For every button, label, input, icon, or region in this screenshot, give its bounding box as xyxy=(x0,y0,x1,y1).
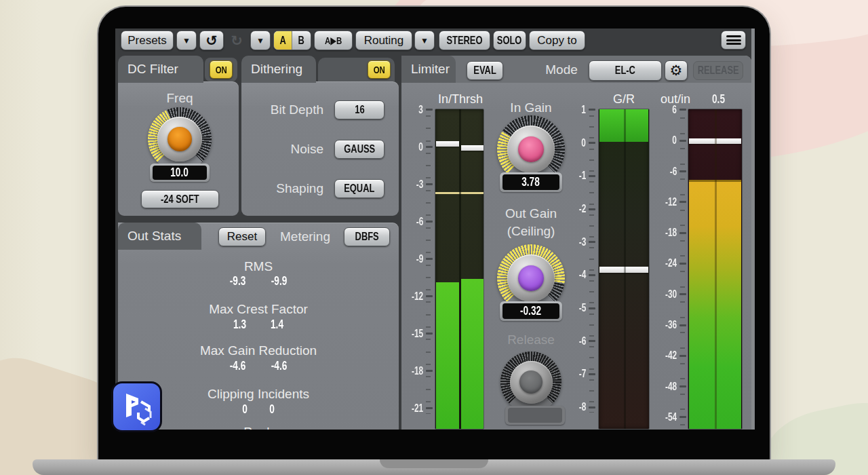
knob-cap xyxy=(519,370,542,394)
in-peak-marker-right xyxy=(461,145,484,151)
routing-button[interactable]: Routing xyxy=(355,31,412,50)
eval-button[interactable]: EVAL xyxy=(467,61,503,80)
stat-peak-label: Peak xyxy=(125,425,392,430)
in-thrsh-scale: 3 0 -3 -6 -9 -12 -15 -18 -21 xyxy=(392,91,433,427)
metering-label: Metering xyxy=(271,229,339,244)
shaping-button[interactable]: EQUAL xyxy=(334,179,384,198)
ab-compare-button[interactable]: A B xyxy=(273,31,311,50)
mode-settings-button[interactable]: ⚙ xyxy=(665,60,688,81)
plugin-window: Presets ▼ ↺ ↻ ▼ A B A▶B Routing ▼ STEREO… xyxy=(115,28,755,430)
laptop-base xyxy=(33,459,835,475)
history-dropdown-button[interactable]: ▼ xyxy=(250,31,271,50)
chevron-down-icon: ▼ xyxy=(256,36,264,45)
chevron-down-icon: ▼ xyxy=(182,36,191,45)
main-menu-button[interactable] xyxy=(721,31,746,50)
mode-label: Mode xyxy=(536,62,587,77)
stat-crest-label: Max Crest Factor xyxy=(125,302,392,317)
out-gain-value-display[interactable]: -0.32 xyxy=(502,303,559,319)
a-to-b-copy-button[interactable]: A▶B xyxy=(314,31,353,50)
metering-mode-button[interactable]: DBFS xyxy=(344,227,390,246)
stat-gain-reduction-label: Max Gain Reduction xyxy=(125,343,392,358)
solo-button[interactable]: SOLO xyxy=(493,31,526,50)
in-meter-green-left xyxy=(436,282,459,429)
channel-divider xyxy=(715,109,717,429)
ab-a-segment[interactable]: A xyxy=(274,31,292,50)
dc-slope-button[interactable]: -24 SOFT xyxy=(141,190,219,208)
stat-gain-reduction-values: -4.6-4.6 xyxy=(125,359,392,373)
in-gain-value-plate: 3.78 xyxy=(500,172,562,192)
gr-meter xyxy=(598,109,650,430)
release-knob xyxy=(500,352,561,413)
gear-icon: ⚙ xyxy=(670,62,683,79)
dc-filter-tab: DC Filter xyxy=(118,56,203,83)
freq-value-plate: 10.0 xyxy=(150,164,210,182)
in-thrsh-meter xyxy=(435,109,484,430)
in-gain-value-display[interactable]: 3.78 xyxy=(502,174,559,190)
laptop-frame: Presets ▼ ↺ ↻ ▼ A B A▶B Routing ▼ STEREO… xyxy=(97,5,771,459)
undo-button[interactable]: ↺ xyxy=(199,31,224,50)
dithering-on-button[interactable]: ON xyxy=(368,60,391,79)
laptop-lid-notch xyxy=(380,459,488,468)
out-gain-value-plate: -0.32 xyxy=(500,301,562,321)
hamburger-menu-icon xyxy=(726,35,741,45)
stat-crest-values: 1.31.4 xyxy=(125,318,392,332)
dc-filter-on-button[interactable]: ON xyxy=(210,60,233,79)
out-stats-tab: Out Stats xyxy=(118,223,201,250)
reset-button[interactable]: Reset xyxy=(218,227,266,246)
routing-dropdown-button[interactable]: ▼ xyxy=(414,31,435,50)
dithering-tab: Dithering xyxy=(241,56,316,83)
in-peak-marker-left xyxy=(436,141,459,147)
knob-cap xyxy=(518,136,544,162)
stereo-button[interactable]: STEREO xyxy=(439,31,490,50)
stat-clipping-values: 00 xyxy=(125,402,392,417)
noise-label: Noise xyxy=(242,142,323,157)
presets-dropdown-button[interactable]: ▼ xyxy=(176,31,197,50)
freq-knob[interactable] xyxy=(148,107,212,171)
limiter-tab: Limiter xyxy=(401,56,456,83)
mode-select-button[interactable]: EL-C xyxy=(589,60,662,81)
window-right-edge xyxy=(751,28,755,430)
pc-logo xyxy=(111,381,162,432)
gr-scale: 1 0 -1 -2 -3 -4 -5 -6 -7 -8 xyxy=(555,94,595,424)
freq-value-display[interactable]: 10.0 xyxy=(153,166,207,180)
release-mode-button[interactable]: RELEASE xyxy=(693,61,743,80)
in-meter-green-right xyxy=(461,279,484,429)
copy-to-button[interactable]: Copy to xyxy=(529,31,585,50)
noise-type-button[interactable]: GAUSS xyxy=(334,140,384,159)
bit-depth-label: Bit Depth xyxy=(242,102,323,117)
desktop-background: Presets ▼ ↺ ↻ ▼ A B A▶B Routing ▼ STEREO… xyxy=(0,0,868,475)
redo-icon: ↻ xyxy=(226,31,248,50)
chevron-down-icon: ▼ xyxy=(420,36,429,45)
stat-rms-label: RMS xyxy=(125,259,392,274)
freq-label: Freq xyxy=(146,91,214,106)
out-in-meter xyxy=(688,109,743,430)
ab-b-segment[interactable]: B xyxy=(292,31,311,50)
pc-logo-glyph xyxy=(118,388,156,426)
channel-divider xyxy=(459,109,461,429)
presets-button[interactable]: Presets xyxy=(121,31,174,50)
in-thrsh-meter-label: In/Thrsh xyxy=(422,92,498,107)
shaping-label: Shaping xyxy=(242,181,323,196)
stat-rms-values: -9.3-9.9 xyxy=(125,274,392,288)
undo-icon: ↺ xyxy=(205,33,218,49)
out-in-scale: 6 0 -6 -12 -18 -24 -30 -36 -42 -48 -54 xyxy=(647,94,686,430)
bit-depth-button[interactable]: 16 xyxy=(334,100,384,119)
out-in-peak-value: 0.5 xyxy=(704,92,734,107)
knob-cap xyxy=(167,127,192,151)
stat-clipping-label: Clipping Incidents xyxy=(125,387,392,402)
channel-divider xyxy=(624,109,626,429)
release-value-display xyxy=(508,408,562,423)
knob-cap xyxy=(518,265,544,291)
